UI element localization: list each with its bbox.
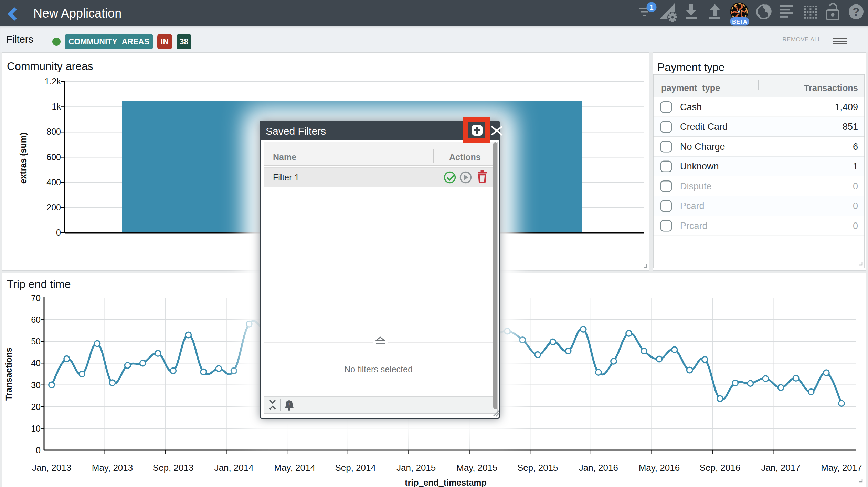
- svg-text:10: 10: [31, 424, 41, 433]
- svg-text:May, 2013: May, 2013: [92, 463, 133, 473]
- svg-text:Sep, 2013: Sep, 2013: [153, 463, 194, 473]
- svg-text:Credit Card: Credit Card: [680, 122, 728, 132]
- svg-text:0: 0: [853, 221, 858, 231]
- svg-text:20: 20: [31, 402, 41, 412]
- svg-text:Jan, 2013: Jan, 2013: [32, 463, 71, 473]
- svg-text:70: 70: [31, 293, 41, 303]
- svg-text:!: !: [288, 402, 290, 407]
- svg-text:0: 0: [853, 201, 858, 211]
- svg-text:May, 2016: May, 2016: [639, 463, 680, 473]
- svg-text:30: 30: [31, 380, 41, 390]
- svg-text:Sep, 2014: Sep, 2014: [335, 463, 376, 473]
- svg-text:Community areas: Community areas: [7, 60, 93, 72]
- svg-text:851: 851: [843, 122, 858, 132]
- svg-text:200: 200: [46, 203, 61, 212]
- svg-text:60: 60: [31, 315, 41, 324]
- svg-text:6: 6: [853, 142, 858, 152]
- svg-text:trip_end_timestamp: trip_end_timestamp: [405, 478, 487, 487]
- svg-text:Transactions: Transactions: [804, 83, 858, 93]
- svg-text:50: 50: [31, 336, 41, 346]
- svg-text:1.2k: 1.2k: [45, 76, 61, 86]
- svg-text:?: ?: [853, 5, 860, 18]
- svg-text:600: 600: [46, 152, 61, 162]
- svg-text:AI: AI: [738, 10, 742, 14]
- svg-text:Sep, 2016: Sep, 2016: [700, 463, 741, 473]
- svg-text:Pcard: Pcard: [680, 201, 705, 211]
- svg-text:Jan, 2014: Jan, 2014: [214, 463, 253, 473]
- svg-text:400: 400: [46, 177, 61, 187]
- svg-text:Jan, 2016: Jan, 2016: [579, 463, 618, 473]
- svg-text:0: 0: [36, 445, 41, 455]
- svg-text:1: 1: [853, 161, 858, 172]
- svg-text:40: 40: [31, 358, 41, 368]
- svg-text:Jan, 2015: Jan, 2015: [396, 463, 436, 473]
- svg-text:May, 2017: May, 2017: [821, 463, 862, 473]
- svg-text:extras (sum): extras (sum): [18, 133, 28, 184]
- svg-text:May, 2014: May, 2014: [274, 463, 315, 473]
- svg-text:May, 2015: May, 2015: [456, 463, 497, 473]
- svg-text:BETA: BETA: [732, 19, 747, 25]
- svg-text:Cash: Cash: [680, 102, 702, 112]
- svg-text:0: 0: [853, 181, 858, 191]
- svg-text:Unknown: Unknown: [680, 161, 719, 172]
- svg-text:Jan, 2017: Jan, 2017: [761, 463, 800, 473]
- svg-text:Transactions: Transactions: [4, 348, 13, 401]
- svg-text:No Charge: No Charge: [680, 142, 725, 152]
- svg-text:Sep, 2015: Sep, 2015: [517, 463, 558, 473]
- svg-text:1k: 1k: [52, 102, 61, 111]
- svg-text:Prcard: Prcard: [680, 221, 708, 231]
- svg-text:payment_type: payment_type: [661, 83, 720, 93]
- svg-text:Trip end time: Trip end time: [7, 278, 71, 290]
- svg-text:800: 800: [46, 127, 61, 136]
- svg-text:Payment type: Payment type: [657, 61, 725, 73]
- svg-text:Dispute: Dispute: [680, 181, 712, 191]
- svg-text:1,409: 1,409: [835, 102, 858, 112]
- svg-text:1: 1: [649, 3, 653, 11]
- svg-text:0: 0: [56, 228, 61, 237]
